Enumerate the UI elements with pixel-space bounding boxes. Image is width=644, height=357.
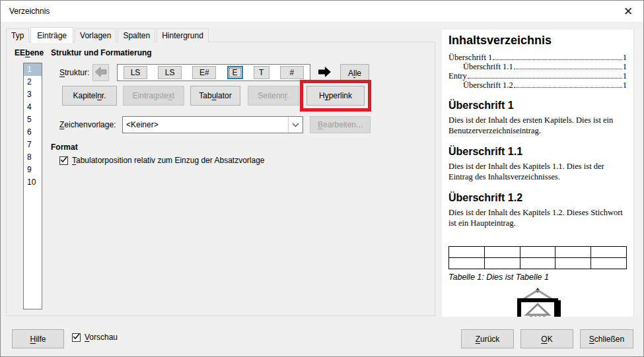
level-item-7[interactable]: 7	[24, 139, 42, 151]
page-number-button: Seitennr.	[248, 86, 299, 106]
checkmark-icon	[73, 333, 80, 342]
preview-heading-1-1: Überschrift 1.1	[448, 146, 627, 158]
ok-button[interactable]: OK	[520, 329, 573, 348]
preview-body-1: Dies ist der Inhalt des ersten Kapitels.…	[448, 115, 627, 136]
preview-toc: Überschrift 11 Überschrift 1.11 Entry1 Ü…	[448, 53, 627, 90]
preview-heading-1-2: Überschrift 1.2	[448, 192, 627, 204]
toc-entry: Entry1	[448, 71, 627, 81]
tab-vorlagen[interactable]: Vorlagen	[75, 28, 116, 42]
dotted-leader	[493, 59, 622, 60]
level-item-4[interactable]: 4	[24, 101, 42, 114]
level-item-3[interactable]: 3	[24, 88, 42, 101]
toc-entry: Überschrift 1.21	[448, 81, 627, 90]
preview-toggle-row: Vorschau	[72, 333, 118, 342]
level-item-5[interactable]: 5	[24, 114, 42, 126]
character-style-label: Zeichenvorlage:	[59, 120, 116, 129]
framed-house-picture	[448, 287, 627, 317]
structure-label: Struktur:	[59, 68, 89, 77]
title-bar: Verzeichnis ✕	[1, 1, 643, 22]
tab-stop-button[interactable]: Tabulator	[190, 86, 240, 106]
toc-entry: Überschrift 11	[448, 53, 627, 62]
window-title: Verzeichnis	[9, 7, 50, 16]
preview-body-1-1: Dies ist der Inhalt des Kapitels 1.1. Di…	[448, 161, 627, 182]
edit-style-button: Bearbeiten...	[310, 116, 371, 133]
checkmark-icon	[60, 156, 67, 165]
chevron-down-icon[interactable]	[288, 117, 303, 133]
preview-heading-1: Überschrift 1	[448, 100, 627, 112]
preview-table-caption: Tabelle 1: Dies ist Tabelle 1	[448, 273, 627, 282]
hyperlink-button[interactable]: Hyperlink	[306, 86, 365, 106]
all-levels-button[interactable]: Alle	[340, 64, 369, 82]
preview-pane: Inhaltsverzeichnis Überschrift 11 Übersc…	[442, 30, 633, 317]
tab-strip: Typ Einträge Vorlagen Spalten Hintergrun…	[6, 27, 209, 42]
token-page-number[interactable]: #	[280, 66, 304, 79]
format-group-header: Format	[51, 143, 78, 152]
tab-position-relative-row: Tabulatorposition relativ zum Einzug der…	[59, 156, 265, 165]
preview-toc-title: Inhaltsverzeichnis	[448, 34, 627, 48]
entry-text-button: Eintragstext	[123, 86, 184, 106]
tab-position-relative-checkbox[interactable]	[59, 156, 68, 165]
tab-eintraege[interactable]: Einträge	[30, 27, 73, 43]
dotted-leader	[514, 87, 622, 88]
preview-table	[448, 246, 627, 269]
close-dialog-button[interactable]: Schließen	[580, 329, 633, 348]
hyperlink-highlight-box: Hyperlink	[300, 80, 371, 112]
preview-checkbox[interactable]	[72, 333, 81, 342]
dotted-leader	[514, 69, 622, 69]
structure-token-strip[interactable]: LS LS E# E T #	[117, 64, 310, 81]
toc-entry: Überschrift 1.11	[448, 62, 627, 71]
close-icon: ✕	[624, 5, 633, 18]
level-label: EEEEbene	[15, 48, 44, 57]
scroll-right-button[interactable]	[316, 65, 333, 81]
token-entry-text-selected[interactable]: E	[227, 66, 243, 79]
back-button[interactable]: Zurück	[461, 329, 514, 348]
level-item-9[interactable]: 9	[24, 164, 42, 176]
character-style-combobox[interactable]: <Keiner>	[122, 116, 303, 133]
index-dialog: Verzeichnis ✕ Typ Einträge Vorlagen Spal…	[0, 0, 644, 357]
preview-body-1-2: Dies ist der Inhalt des Kapitels 1.2. Di…	[448, 207, 627, 228]
preview-scrollbar[interactable]	[633, 30, 640, 317]
level-item-1[interactable]: 1	[24, 63, 42, 76]
structure-group-header: Struktur und Formatierung	[51, 48, 152, 57]
arrow-left-icon	[95, 67, 107, 79]
level-item-2[interactable]: 2	[24, 76, 42, 88]
token-link-end[interactable]: LS	[158, 66, 182, 79]
token-chapter-number[interactable]: E#	[192, 66, 216, 79]
help-button[interactable]: Hilfe	[12, 329, 64, 348]
tab-spalten[interactable]: Spalten	[118, 28, 155, 42]
arrow-right-icon	[317, 66, 332, 80]
scroll-left-button	[92, 64, 109, 81]
entries-tab-page: EEEEbene 1 2 3 4 5 6 7 8 9 10 Struktur u…	[6, 42, 435, 316]
tab-hintergrund[interactable]: Hintergrund	[157, 28, 209, 42]
level-item-6[interactable]: 6	[24, 126, 42, 139]
preview-toggle-label: Vorschau	[85, 333, 118, 342]
level-item-8[interactable]: 8	[24, 151, 42, 164]
token-link-start[interactable]: LS	[124, 66, 147, 79]
tab-position-relative-label: Tabulatorposition relativ zum Einzug der…	[72, 156, 265, 165]
level-item-10[interactable]: 10	[24, 176, 42, 189]
dotted-leader	[468, 78, 622, 79]
level-listbox[interactable]: 1 2 3 4 5 6 7 8 9 10	[23, 63, 42, 309]
token-tab-stop[interactable]: T	[254, 66, 269, 79]
chapter-number-button[interactable]: Kapitelnr.	[62, 86, 117, 106]
close-button[interactable]: ✕	[613, 1, 643, 22]
tab-typ[interactable]: Typ	[6, 28, 29, 42]
character-style-value: <Keiner>	[123, 120, 288, 129]
